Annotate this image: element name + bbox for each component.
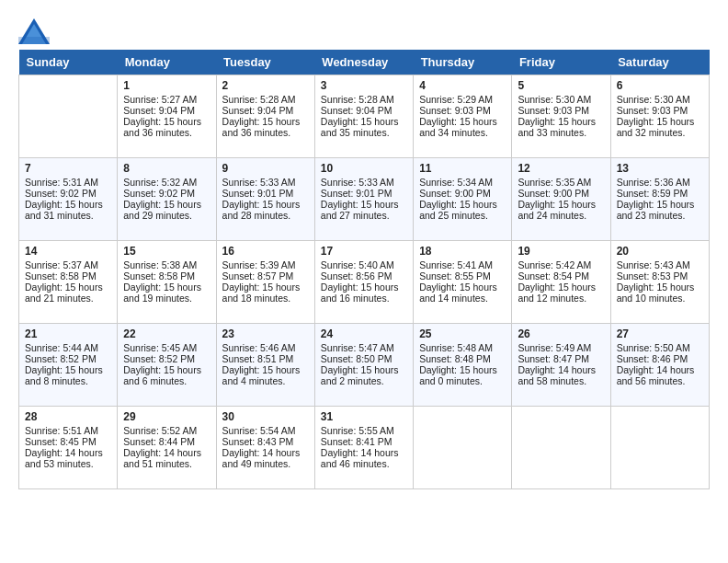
sunrise-text: Sunrise: 5:30 AM [518, 94, 604, 105]
sunset-text: Sunset: 9:04 PM [123, 105, 210, 116]
day-number: 7 [25, 162, 111, 175]
calendar-cell: 3 Sunrise: 5:28 AM Sunset: 9:04 PM Dayli… [314, 75, 413, 158]
daylight-text: Daylight: 15 hours and 23 minutes. [617, 199, 703, 221]
sunrise-text: Sunrise: 5:54 AM [222, 425, 309, 436]
weekday-header: Friday [512, 50, 610, 75]
daylight-text: Daylight: 15 hours and 31 minutes. [25, 199, 111, 221]
daylight-text: Daylight: 15 hours and 33 minutes. [518, 116, 604, 138]
sunrise-text: Sunrise: 5:30 AM [617, 94, 703, 105]
day-number: 20 [617, 245, 703, 258]
header-row: SundayMondayTuesdayWednesdayThursdayFrid… [19, 50, 710, 75]
daylight-text: Daylight: 15 hours and 10 minutes. [617, 282, 703, 304]
daylight-text: Daylight: 14 hours and 51 minutes. [123, 447, 210, 469]
calendar-cell: 4 Sunrise: 5:29 AM Sunset: 9:03 PM Dayli… [414, 75, 512, 158]
calendar-week: 28 Sunrise: 5:51 AM Sunset: 8:45 PM Dayl… [19, 407, 710, 489]
sunset-text: Sunset: 9:03 PM [617, 105, 703, 116]
sunset-text: Sunset: 9:03 PM [518, 105, 604, 116]
sunrise-text: Sunrise: 5:42 AM [518, 259, 604, 270]
sunset-text: Sunset: 8:50 PM [321, 353, 407, 364]
daylight-text: Daylight: 15 hours and 0 minutes. [419, 364, 506, 386]
header [18, 18, 710, 40]
weekday-header: Sunday [19, 50, 118, 75]
calendar-cell: 23 Sunrise: 5:46 AM Sunset: 8:51 PM Dayl… [216, 324, 314, 407]
day-number: 30 [222, 410, 309, 423]
daylight-text: Daylight: 14 hours and 56 minutes. [617, 364, 703, 386]
sunrise-text: Sunrise: 5:45 AM [123, 342, 210, 353]
calendar-cell: 6 Sunrise: 5:30 AM Sunset: 9:03 PM Dayli… [610, 75, 709, 158]
calendar-cell: 5 Sunrise: 5:30 AM Sunset: 9:03 PM Dayli… [512, 75, 610, 158]
sunset-text: Sunset: 8:58 PM [25, 270, 111, 282]
day-number: 4 [419, 79, 506, 92]
day-number: 19 [518, 245, 604, 258]
day-number: 5 [518, 79, 604, 92]
calendar-cell: 15 Sunrise: 5:38 AM Sunset: 8:58 PM Dayl… [118, 241, 216, 324]
daylight-text: Daylight: 14 hours and 58 minutes. [518, 364, 604, 386]
daylight-text: Daylight: 15 hours and 2 minutes. [321, 364, 407, 386]
sunrise-text: Sunrise: 5:35 AM [518, 177, 604, 188]
sunset-text: Sunset: 9:01 PM [222, 188, 309, 199]
sunrise-text: Sunrise: 5:52 AM [123, 425, 210, 436]
calendar-cell: 22 Sunrise: 5:45 AM Sunset: 8:52 PM Dayl… [118, 324, 216, 407]
weekday-header: Wednesday [314, 50, 413, 75]
daylight-text: Daylight: 15 hours and 19 minutes. [123, 282, 210, 304]
day-number: 28 [25, 410, 111, 423]
sunset-text: Sunset: 9:00 PM [518, 188, 604, 199]
sunset-text: Sunset: 8:53 PM [617, 270, 703, 282]
day-number: 10 [321, 162, 407, 175]
day-number: 1 [123, 79, 210, 92]
calendar-week: 14 Sunrise: 5:37 AM Sunset: 8:58 PM Dayl… [19, 241, 710, 324]
svg-rect-2 [18, 37, 50, 44]
calendar-cell: 18 Sunrise: 5:41 AM Sunset: 8:55 PM Dayl… [414, 241, 512, 324]
day-number: 29 [123, 410, 210, 423]
sunset-text: Sunset: 8:55 PM [419, 270, 506, 282]
calendar-cell: 28 Sunrise: 5:51 AM Sunset: 8:45 PM Dayl… [19, 407, 118, 489]
day-number: 11 [419, 162, 506, 175]
daylight-text: Daylight: 15 hours and 32 minutes. [617, 116, 703, 138]
day-number: 17 [321, 245, 407, 258]
sunrise-text: Sunrise: 5:33 AM [321, 177, 407, 188]
sunrise-text: Sunrise: 5:46 AM [222, 342, 309, 353]
sunset-text: Sunset: 9:04 PM [321, 105, 407, 116]
sunrise-text: Sunrise: 5:34 AM [419, 177, 506, 188]
day-number: 25 [419, 327, 506, 340]
calendar-cell: 8 Sunrise: 5:32 AM Sunset: 9:02 PM Dayli… [118, 158, 216, 241]
calendar-cell: 26 Sunrise: 5:49 AM Sunset: 8:47 PM Dayl… [512, 324, 610, 407]
calendar-week: 1 Sunrise: 5:27 AM Sunset: 9:04 PM Dayli… [19, 75, 710, 158]
sunset-text: Sunset: 9:04 PM [222, 105, 309, 116]
day-number: 6 [617, 79, 703, 92]
daylight-text: Daylight: 15 hours and 4 minutes. [222, 364, 309, 386]
calendar-cell: 30 Sunrise: 5:54 AM Sunset: 8:43 PM Dayl… [216, 407, 314, 489]
daylight-text: Daylight: 14 hours and 53 minutes. [25, 447, 111, 469]
calendar-cell [512, 407, 610, 489]
sunset-text: Sunset: 9:02 PM [25, 188, 111, 199]
sunset-text: Sunset: 9:00 PM [419, 188, 506, 199]
logo [18, 18, 50, 40]
calendar-cell: 13 Sunrise: 5:36 AM Sunset: 8:59 PM Dayl… [610, 158, 709, 241]
day-number: 31 [321, 410, 407, 423]
sunrise-text: Sunrise: 5:32 AM [123, 177, 210, 188]
calendar-cell: 14 Sunrise: 5:37 AM Sunset: 8:58 PM Dayl… [19, 241, 118, 324]
sunset-text: Sunset: 8:44 PM [123, 436, 210, 447]
sunrise-text: Sunrise: 5:47 AM [321, 342, 407, 353]
sunset-text: Sunset: 9:03 PM [419, 105, 506, 116]
day-number: 13 [617, 162, 703, 175]
day-number: 16 [222, 245, 309, 258]
calendar-cell [414, 407, 512, 489]
calendar-cell [19, 75, 118, 158]
daylight-text: Daylight: 15 hours and 35 minutes. [321, 116, 407, 138]
daylight-text: Daylight: 15 hours and 14 minutes. [419, 282, 506, 304]
sunrise-text: Sunrise: 5:28 AM [222, 94, 309, 105]
weekday-header: Tuesday [216, 50, 314, 75]
sunrise-text: Sunrise: 5:43 AM [617, 259, 703, 270]
weekday-header: Monday [118, 50, 216, 75]
sunset-text: Sunset: 8:54 PM [518, 270, 604, 282]
daylight-text: Daylight: 15 hours and 34 minutes. [419, 116, 506, 138]
sunrise-text: Sunrise: 5:44 AM [25, 342, 111, 353]
calendar-cell: 9 Sunrise: 5:33 AM Sunset: 9:01 PM Dayli… [216, 158, 314, 241]
sunrise-text: Sunrise: 5:41 AM [419, 259, 506, 270]
daylight-text: Daylight: 15 hours and 24 minutes. [518, 199, 604, 221]
day-number: 15 [123, 245, 210, 258]
daylight-text: Daylight: 15 hours and 25 minutes. [419, 199, 506, 221]
sunset-text: Sunset: 8:47 PM [518, 353, 604, 364]
sunrise-text: Sunrise: 5:38 AM [123, 259, 210, 270]
